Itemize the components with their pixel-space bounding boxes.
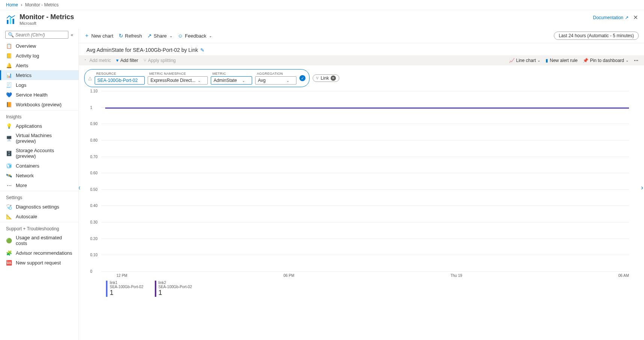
query-row: △ RESOURCE SEA-100Gb-Port-02 METRIC NAME… (79, 65, 644, 91)
nav-icon: 📒 (6, 53, 12, 59)
chart-type-selector[interactable]: 📈Line chart⌄ (509, 58, 541, 63)
split-by-pill[interactable]: ⑂ Link ✕ (313, 74, 339, 82)
nav-icon: 💡 (6, 123, 12, 129)
refresh-button[interactable]: ↻Refresh (119, 33, 142, 39)
aggregation-label: AGGREGATION (255, 72, 296, 76)
new-chart-button[interactable]: ＋New chart (84, 32, 113, 39)
sidebar-item-service-health[interactable]: 💙Service Health (0, 90, 79, 100)
namespace-selector[interactable]: ExpressRoute Direct...⌄ (148, 76, 208, 85)
documentation-link[interactable]: Documentation ↗ (593, 15, 629, 20)
sidebar-item-metrics[interactable]: 📊Metrics (0, 70, 79, 80)
chevron-down-icon: ⌄ (286, 79, 289, 83)
sidebar-item-virtual-machines-preview-[interactable]: 🖥️Virtual Machines (preview) (0, 131, 79, 146)
nav-label: Workbooks (preview) (16, 102, 62, 107)
nav-icon: 🛰️ (6, 172, 12, 178)
chevron-down-icon: ⌄ (169, 34, 172, 38)
x-tick-label: 06 PM (283, 274, 294, 278)
search-input-wrap[interactable]: 🔍 (5, 31, 68, 39)
y-tick-label: 0.70 (90, 154, 97, 159)
sidebar-item-overview[interactable]: 📋Overview (0, 41, 79, 51)
sidebar-item-diagnostics-settings[interactable]: 🩺Diagnostics settings (0, 202, 79, 212)
add-filter-button[interactable]: ▾Add filter (116, 57, 138, 63)
y-tick-label: 0.20 (90, 236, 97, 240)
nav-icon: 🧩 (6, 250, 12, 256)
x-tick-label: Thu 19 (450, 274, 462, 278)
y-tick-label: 0.30 (90, 220, 97, 224)
svg-rect-1 (10, 17, 11, 24)
external-link-icon: ↗ (625, 15, 629, 20)
sidebar-item-autoscale[interactable]: 📐Autoscale (0, 212, 79, 221)
alert-icon: ▮ (546, 58, 548, 63)
query-valid-badge: ✓ (299, 75, 305, 81)
sidebar-item-applications[interactable]: 💡Applications (0, 121, 79, 131)
sidebar-item-alerts[interactable]: 🔔Alerts (0, 60, 79, 70)
legend-series-name: link1 (110, 281, 144, 285)
breadcrumb-home[interactable]: Home (6, 2, 18, 8)
pin-icon: 📌 (583, 58, 588, 63)
resource-selector[interactable]: SEA-100Gb-Port-02 (95, 76, 145, 85)
nav-icon: 📙 (6, 101, 12, 107)
aggregation-selector[interactable]: Avg⌄ (255, 76, 296, 85)
prev-chart-chevron[interactable]: ‹ (79, 183, 80, 191)
add-metric-button[interactable]: ⠂Add metric (84, 57, 111, 63)
nav-label: Usage and estimated costs (16, 235, 73, 246)
share-button[interactable]: ↗Share⌄ (147, 33, 172, 39)
top-toolbar: ＋New chart ↻Refresh ↗Share⌄ ☺Feedback⌄ L… (79, 29, 644, 43)
sidebar-item-workbooks-preview-[interactable]: 📙Workbooks (preview) (0, 100, 79, 109)
breadcrumb-current: Monitor - Metrics (25, 2, 59, 8)
remove-split-icon[interactable]: ✕ (331, 76, 336, 81)
search-icon: 🔍 (8, 32, 14, 38)
time-range-selector[interactable]: Last 24 hours (Automatic - 5 minutes) (554, 32, 639, 40)
nav-icon: 🗄️ (6, 150, 12, 156)
nav-label: Logs (16, 82, 26, 88)
svg-rect-2 (12, 18, 14, 24)
sidebar-item-advisor-recommendations[interactable]: 🧩Advisor recommendations (0, 248, 79, 258)
sidebar-item-more[interactable]: ⋯More (0, 180, 79, 190)
sidebar-item-logs[interactable]: 🧾Logs (0, 80, 79, 90)
more-options-button[interactable]: ⋯ (634, 58, 639, 63)
nav-icon: 🩺 (6, 204, 12, 210)
nav-icon: 🧊 (6, 163, 12, 169)
nav-icon: 🔔 (6, 62, 12, 68)
sidebar-item-activity-log[interactable]: 📒Activity log (0, 51, 79, 60)
legend-series-value: 1 (159, 289, 192, 297)
x-tick-label: 12 PM (116, 274, 127, 278)
sidebar-item-network[interactable]: 🛰️Network (0, 171, 79, 180)
chevron-down-icon: ⌄ (198, 79, 201, 83)
close-icon[interactable]: ✕ (633, 14, 638, 21)
sidebar-item-containers[interactable]: 🧊Containers (0, 161, 79, 171)
nav-icon: 🆘 (6, 260, 12, 266)
nav-icon: ⋯ (6, 182, 12, 188)
nav-icon: 🟢 (6, 237, 12, 243)
pin-to-dashboard-button[interactable]: 📌Pin to dashboard⌄ (583, 58, 629, 63)
sidebar-item-new-support-request[interactable]: 🆘New support request (0, 258, 79, 267)
chevron-down-icon: ⌄ (209, 34, 212, 38)
section-support: Support + Troubleshooting (0, 222, 79, 233)
legend-series-resource: SEA-100Gb-Port-02 (159, 285, 192, 289)
edit-title-icon[interactable]: ✎ (200, 47, 204, 53)
legend-item-link2[interactable]: link2SEA-100Gb-Port-021 (155, 281, 192, 297)
sidebar-item-storage-accounts-preview-[interactable]: 🗄️Storage Accounts (preview) (0, 146, 79, 161)
collapse-sidebar-icon[interactable]: « (71, 32, 73, 38)
smiley-icon: ☺ (178, 33, 183, 39)
feedback-button[interactable]: ☺Feedback⌄ (178, 33, 212, 39)
next-chart-chevron[interactable]: › (641, 183, 643, 191)
metric-selector[interactable]: AdminState⌄ (211, 76, 252, 85)
apply-splitting-button[interactable]: ⑂Apply splitting (144, 57, 176, 63)
gridline (101, 140, 629, 141)
split-icon: ⑂ (144, 57, 147, 63)
legend-series-value: 1 (110, 289, 144, 297)
share-icon: ↗ (147, 33, 152, 39)
gridline (101, 189, 629, 190)
nav-label: Virtual Machines (preview) (16, 133, 73, 144)
nav-label: Advisor recommendations (16, 250, 72, 256)
main-content: ‹ › ＋New chart ↻Refresh ↗Share⌄ ☺Feedbac… (79, 29, 644, 340)
page-header: Monitor - Metrics Microsoft Documentatio… (0, 10, 644, 29)
nav-label: Storage Accounts (preview) (16, 148, 73, 159)
sidebar-item-usage-and-estimated-costs[interactable]: 🟢Usage and estimated costs (0, 233, 79, 248)
search-input[interactable] (15, 32, 66, 38)
chevron-down-icon: ⌄ (242, 79, 245, 83)
filter-icon: ▾ (116, 57, 119, 63)
new-alert-rule-button[interactable]: ▮New alert rule (546, 58, 577, 63)
legend-item-link1[interactable]: link1SEA-100Gb-Port-021 (106, 281, 144, 297)
